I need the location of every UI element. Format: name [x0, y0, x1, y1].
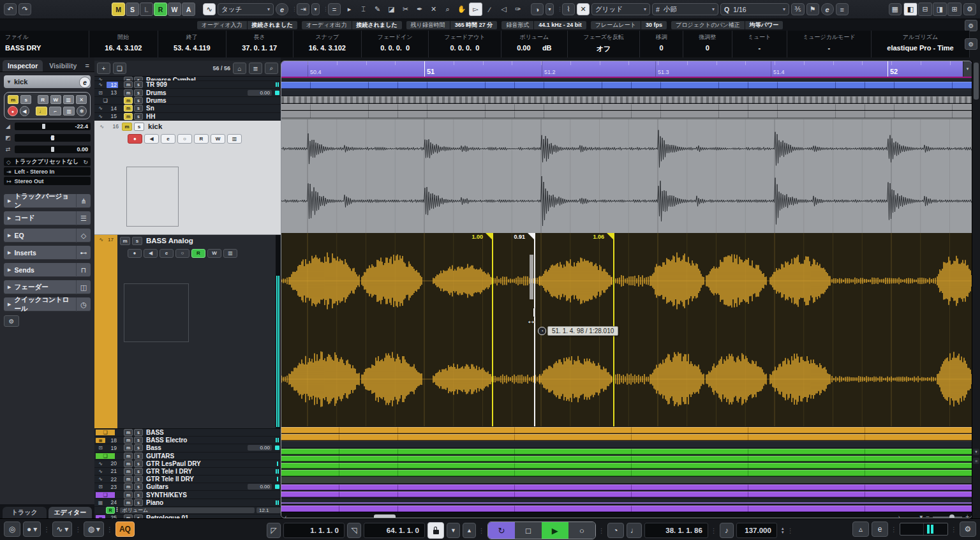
warp-drag-handle[interactable]	[530, 255, 533, 299]
write-automation-button[interactable]: W	[207, 249, 221, 258]
solo-button[interactable]: s	[134, 460, 143, 467]
track-row-guitars[interactable]: ⊡23msGuitars0.00	[94, 483, 281, 491]
snap-type-button[interactable]: ⌇	[562, 3, 575, 15]
solo-button[interactable]: s	[132, 237, 142, 245]
section-icon[interactable]: ◷	[76, 297, 91, 311]
zoom-slider[interactable]	[933, 516, 962, 518]
split-tool[interactable]: ✂	[399, 3, 412, 16]
inspector-section-3[interactable]: ▶Inserts⊷	[4, 246, 91, 260]
track-home-button[interactable]: ⌂	[233, 63, 246, 74]
solo-button[interactable]: s	[134, 468, 143, 475]
monitor-button[interactable]: ◀	[144, 134, 159, 144]
solo-button[interactable]: s	[134, 89, 143, 96]
read-automation-button[interactable]: R	[38, 95, 48, 104]
range-select-tool[interactable]: ⌶	[357, 3, 370, 16]
mute-button[interactable]: m	[124, 491, 133, 499]
mute-button[interactable]: m	[124, 113, 133, 120]
info-field-6[interactable]: フェードアウト0. 0. 0. 0	[429, 31, 501, 57]
audio-record-modes-dropdown[interactable]: ● ▾	[23, 521, 41, 537]
track-row-bass[interactable]: ❏msBASS	[94, 429, 281, 437]
event-lane-sn[interactable]	[281, 104, 972, 111]
inspector-menu-icon[interactable]: =	[85, 62, 92, 71]
monitor-button[interactable]: ◀	[20, 106, 30, 116]
zoom-preset-mini-button[interactable]: ▾	[973, 449, 979, 455]
mute-button[interactable]: m	[124, 81, 133, 88]
track-row-hh[interactable]: ∿15msHH	[94, 113, 281, 121]
read-automation-button[interactable]: R	[194, 134, 209, 144]
freeze-button[interactable]: ✻	[77, 106, 87, 116]
solo-button[interactable]: s	[134, 77, 143, 81]
grid-overlay-button[interactable]: ▦	[889, 3, 902, 15]
inspector-section-6[interactable]: ▶クイックコントロール◷	[4, 297, 91, 311]
event-lane-drums-group[interactable]	[281, 89, 972, 96]
ruler-options-button[interactable]: ▾	[963, 61, 972, 77]
track-picture-box[interactable]	[124, 283, 189, 342]
mute-button[interactable]: m	[124, 476, 133, 483]
solo-button[interactable]: s	[134, 81, 143, 88]
warp-marker-flag[interactable]	[607, 233, 613, 239]
monitor-button[interactable]: ◀	[144, 249, 158, 258]
warp-marker-line-dragged[interactable]	[534, 233, 535, 426]
write-automation-button[interactable]: W	[50, 95, 61, 104]
track-row-bass-electro[interactable]: ▦18msBASS Electro	[94, 437, 281, 444]
pre-roll-button[interactable]: ◔	[607, 523, 624, 538]
mute-button[interactable]: m	[124, 105, 133, 112]
bass-audio-editor[interactable]: 1.00 0.91 1.06 ↔ ◔ 51. 1. 4. 98 / 1:28.0…	[281, 233, 972, 426]
audio-waveform-modes-dropdown[interactable]: ∿ ▾	[52, 521, 72, 537]
tab-track[interactable]: トラック	[3, 507, 47, 518]
inspector-track-header[interactable]: ▼ kick ▸	[4, 75, 91, 88]
track-row-piano[interactable]: ▦24msPiano	[94, 499, 281, 507]
event-lane-guitars-group[interactable]	[281, 477, 972, 483]
folder-icon[interactable]: ❏	[96, 98, 115, 103]
event-lane-partial[interactable]	[281, 78, 972, 81]
event-lane-gtr-tele-1[interactable]	[281, 463, 972, 469]
metronome-click-button[interactable]: ▵	[852, 521, 869, 537]
mute-button[interactable]: m	[124, 429, 133, 436]
event-lane-hh[interactable]	[281, 111, 972, 118]
track-row-guitars[interactable]: ❏msGUITARS	[94, 453, 281, 460]
mute-button[interactable]: m	[124, 460, 133, 467]
info-field-11[interactable]: ミュート-	[732, 31, 787, 57]
track-row-reverse-cymbal[interactable]: ∿msReverse Cymbal	[94, 77, 281, 81]
object-select-tool[interactable]: ▸	[343, 3, 356, 16]
write-automation-button[interactable]: W	[211, 134, 225, 144]
delay-slider-handle[interactable]	[51, 147, 54, 152]
automation-panel-button[interactable]: e	[276, 3, 288, 15]
lock-punch-button[interactable]	[427, 522, 444, 539]
cycle-button[interactable]: ↻	[488, 522, 515, 539]
grid-type-select[interactable]: グリッド ▾	[591, 3, 650, 15]
insert-bypass-button[interactable]: ○	[177, 134, 192, 144]
section-icon[interactable]: ☰	[76, 211, 91, 225]
automation-r-button[interactable]: R	[154, 3, 167, 16]
automation-m-button[interactable]: M	[112, 3, 125, 16]
event-lane-guitars-folder[interactable]	[281, 449, 972, 455]
track-height-mini-button[interactable]: ≡	[973, 458, 979, 464]
output-routing-row[interactable]: ↦ Stereo Out	[4, 177, 91, 185]
track-delay-value[interactable]: 0.00	[248, 484, 272, 490]
glue-tool[interactable]: ✒	[413, 3, 426, 16]
autoscroll-button[interactable]: ⇥	[297, 3, 309, 15]
kick-audio-event[interactable]	[281, 118, 972, 233]
snap-on-off-button[interactable]: ✕	[577, 3, 590, 15]
zoom-out-button[interactable]: −	[926, 513, 930, 518]
info-field-9[interactable]: 移調0	[640, 31, 683, 57]
status-value[interactable]: 均等パワー	[745, 21, 783, 29]
info-field-10[interactable]: 微調整0	[683, 31, 732, 57]
mute-button[interactable]: m	[124, 89, 133, 96]
section-icon[interactable]: ⋔	[76, 194, 91, 208]
mute-button[interactable]: m	[122, 123, 132, 131]
section-icon[interactable]: ⊓	[76, 263, 91, 277]
volume-slider-handle[interactable]	[42, 124, 45, 129]
use-track-preset-button[interactable]: ❏	[113, 63, 126, 74]
record-enable-button[interactable]: ●	[128, 134, 142, 144]
left-locator-display[interactable]: 1. 1. 1. 0	[283, 523, 345, 538]
zoom-in-button[interactable]: +	[965, 513, 969, 518]
inspector-section-1[interactable]: ▶コード☰	[4, 211, 91, 225]
tempo-track-button[interactable]: ♪	[720, 523, 734, 538]
solo-button[interactable]: s	[134, 499, 143, 506]
track-row-gtr-tele-ii-dry[interactable]: ∿22msGTR Tele II DRY	[94, 476, 281, 483]
track-row-synth-keys[interactable]: ❏msSYNTH/KEYS	[94, 491, 281, 499]
punch-out-button[interactable]: ▲	[463, 523, 476, 538]
automation-value[interactable]: 12.1	[256, 507, 281, 513]
status-line-setup-button[interactable]: ⚙	[965, 20, 977, 31]
